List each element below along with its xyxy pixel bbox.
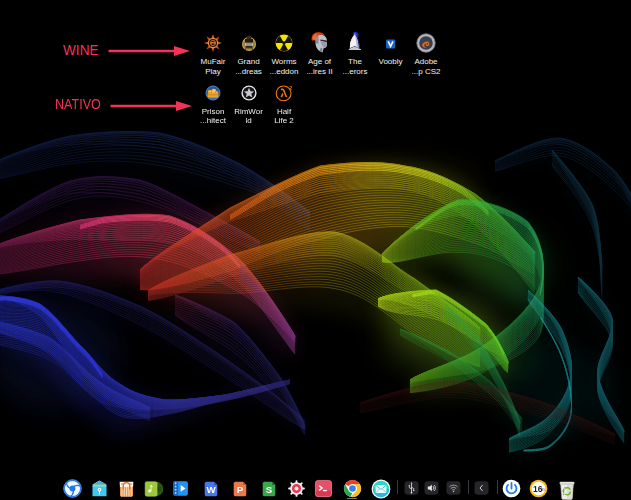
svg-text:P: P [237, 484, 244, 495]
svg-text:2: 2 [289, 84, 292, 90]
svg-text:35: 35 [541, 488, 545, 492]
svg-text:W: W [206, 484, 216, 495]
svg-text:S: S [265, 484, 272, 495]
